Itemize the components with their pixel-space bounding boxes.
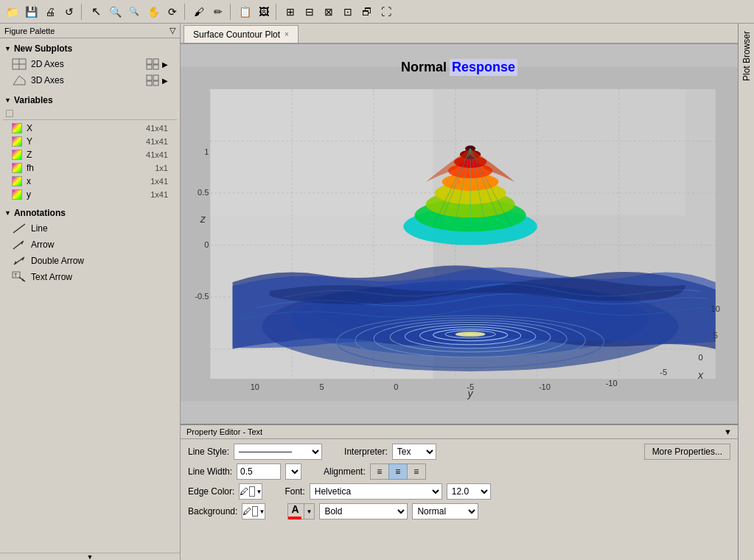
right-panel[interactable]: Plot Browser bbox=[738, 24, 754, 560]
title-response-text: Response bbox=[450, 59, 517, 76]
2d-axes-label: 2D Axes bbox=[31, 59, 64, 69]
palette-item-3d-axes[interactable]: 3D Axes ▶ bbox=[0, 72, 180, 88]
subplots-section-header[interactable]: New Subplots bbox=[0, 41, 180, 56]
toolbar-grid2-btn[interactable]: ⊟ bbox=[301, 3, 318, 21]
svg-text:10: 10 bbox=[251, 382, 259, 391]
font-select[interactable]: Helvetica bbox=[310, 483, 442, 500]
palette-title: Figure Palette bbox=[4, 27, 55, 35]
font-size-select[interactable]: 12.0 bbox=[447, 483, 491, 500]
toolbar-open-btn[interactable]: 📁 bbox=[3, 3, 21, 21]
palette-item-arrow[interactable]: Arrow bbox=[0, 237, 180, 253]
line-width-dropdown[interactable]: ▼ bbox=[285, 463, 301, 480]
toolbar-pan-btn[interactable]: ✋ bbox=[144, 3, 162, 21]
line-width-input[interactable] bbox=[237, 463, 281, 480]
toolbar-rotate-btn[interactable]: ⟳ bbox=[164, 3, 181, 21]
toolbar-image-btn[interactable]: 🖼 bbox=[255, 3, 273, 21]
toolbar-sep3 bbox=[230, 4, 233, 20]
palette-item-double-arrow[interactable]: Double Arrow bbox=[0, 253, 180, 269]
svg-text:-5: -5 bbox=[467, 382, 474, 391]
pe-row4: Background: 🖊 ▼ A bbox=[188, 503, 730, 519]
toolbar-grid4-btn[interactable]: ⊡ bbox=[339, 3, 357, 21]
var-icon-fh bbox=[12, 163, 22, 173]
var-icon-X bbox=[12, 123, 22, 133]
var-row-y[interactable]: y 1x41 bbox=[0, 188, 180, 201]
interpreter-select[interactable]: Tex bbox=[392, 444, 436, 460]
normal-select[interactable]: Normal bbox=[412, 503, 478, 519]
align-left-btn[interactable]: ≡ bbox=[370, 463, 389, 480]
text-arrow-icon: T bbox=[12, 271, 27, 283]
var-row-fh[interactable]: fh 1x1 bbox=[0, 161, 180, 175]
palette-item-text-arrow[interactable]: T Text Arrow bbox=[0, 269, 180, 285]
toolbar-save-btn[interactable]: 💾 bbox=[22, 3, 40, 21]
align-right-btn[interactable]: ≡ bbox=[407, 463, 426, 480]
line-style-select[interactable]: —————— bbox=[234, 444, 322, 460]
var-row-Z[interactable]: Z 41x41 bbox=[0, 148, 180, 161]
tab-surface-contour[interactable]: Surface Countour Plot × bbox=[184, 25, 299, 43]
background-dropdown-arrow[interactable]: ▼ bbox=[259, 508, 265, 515]
text-color-dropdown-arrow[interactable]: ▼ bbox=[304, 504, 315, 519]
pe-grid: Line Style: —————— Interpreter: Tex More… bbox=[181, 439, 738, 524]
svg-rect-3 bbox=[147, 59, 152, 64]
svg-text:0: 0 bbox=[699, 353, 703, 362]
palette-collapse-icon[interactable]: ▽ bbox=[170, 26, 175, 35]
pe-header: Property Editor - Text ▼ bbox=[181, 425, 738, 439]
toolbar-refresh-btn[interactable]: ↺ bbox=[60, 3, 78, 21]
toolbar-clipboard-btn[interactable]: 📋 bbox=[236, 3, 254, 21]
svg-rect-6 bbox=[153, 65, 158, 69]
center-area: Surface Countour Plot × Normal Response bbox=[181, 24, 738, 560]
toolbar-grid3-btn[interactable]: ⊠ bbox=[320, 3, 338, 21]
var-name-Z: Z bbox=[27, 150, 142, 160]
edge-color-dropdown-arrow[interactable]: ▼ bbox=[256, 489, 262, 495]
title-normal-text: Normal bbox=[401, 60, 447, 75]
text-color-btn[interactable]: A ▼ bbox=[287, 503, 315, 519]
toolbar-zoom-in-btn[interactable]: 🔍 bbox=[106, 3, 124, 21]
svg-text:10: 10 bbox=[711, 304, 720, 313]
align-center-btn[interactable]: ≡ bbox=[388, 463, 408, 480]
palette-item-line[interactable]: Line bbox=[0, 220, 180, 237]
style-select[interactable]: Bold bbox=[319, 503, 408, 519]
text-color-letter: A bbox=[288, 503, 301, 515]
var-size-fh: 1x1 bbox=[155, 164, 168, 172]
pe-collapse[interactable]: ▼ bbox=[724, 427, 732, 436]
variables-section-header[interactable]: Variables bbox=[0, 93, 180, 108]
toolbar-full-btn[interactable]: ⛶ bbox=[377, 3, 395, 21]
toolbar-print-btn[interactable]: 🖨 bbox=[41, 3, 59, 21]
var-row-X[interactable]: X 41x41 bbox=[0, 122, 180, 135]
toolbar-brush-btn[interactable]: 🖌 bbox=[190, 3, 208, 21]
annotations-section-header[interactable]: Annotations bbox=[0, 206, 180, 220]
toolbar-select-btn[interactable]: ↖ bbox=[87, 3, 105, 21]
var-size-Z: 41x41 bbox=[146, 150, 168, 159]
var-icon-Z bbox=[12, 150, 22, 160]
edge-color-field: Edge Color: 🖊 ▼ bbox=[188, 483, 262, 500]
toolbar-pencil-btn[interactable]: ✏ bbox=[209, 3, 227, 21]
var-name-X: X bbox=[27, 123, 142, 133]
tab-close-btn[interactable]: × bbox=[285, 30, 289, 38]
plot-browser-label[interactable]: Plot Browser bbox=[741, 31, 752, 81]
tab-bar: Surface Countour Plot × bbox=[181, 24, 738, 44]
palette-scroll-down[interactable]: ▼ bbox=[87, 553, 94, 561]
plot-title: Normal Response bbox=[401, 59, 517, 76]
palette-item-2d-axes[interactable]: 2D Axes ▶ bbox=[0, 56, 180, 72]
var-row-x[interactable]: x 1x41 bbox=[0, 175, 180, 188]
line-width-label: Line Width: bbox=[188, 466, 232, 477]
background-color-btn[interactable]: 🖊 ▼ bbox=[242, 503, 265, 519]
palette-header: Figure Palette ▽ bbox=[0, 24, 180, 38]
background-field: Background: 🖊 ▼ bbox=[188, 503, 265, 519]
toolbar-grid1-btn[interactable]: ⊞ bbox=[282, 3, 299, 21]
2d-axes-arrow: ▶ bbox=[162, 60, 168, 69]
svg-line-7 bbox=[13, 76, 19, 85]
var-name-fh: fh bbox=[27, 163, 150, 173]
edge-color-btn[interactable]: 🖊 ▼ bbox=[239, 483, 262, 500]
var-row-Y[interactable]: Y 41x41 bbox=[0, 135, 180, 148]
toolbar-window-btn[interactable]: 🗗 bbox=[358, 3, 376, 21]
svg-text:x: x bbox=[697, 369, 704, 381]
arrow-icon bbox=[12, 239, 27, 251]
plot-area[interactable]: Normal Response bbox=[181, 44, 738, 424]
background-swatch bbox=[252, 506, 258, 517]
svg-text:z: z bbox=[200, 213, 206, 225]
tab-label: Surface Countour Plot bbox=[193, 29, 280, 40]
font-label: Font: bbox=[285, 486, 304, 497]
toolbar-zoom-out-btn[interactable]: 🔍 bbox=[125, 3, 143, 21]
pe-title: Property Editor - Text bbox=[186, 427, 262, 436]
more-properties-btn[interactable]: More Properties... bbox=[644, 444, 730, 460]
